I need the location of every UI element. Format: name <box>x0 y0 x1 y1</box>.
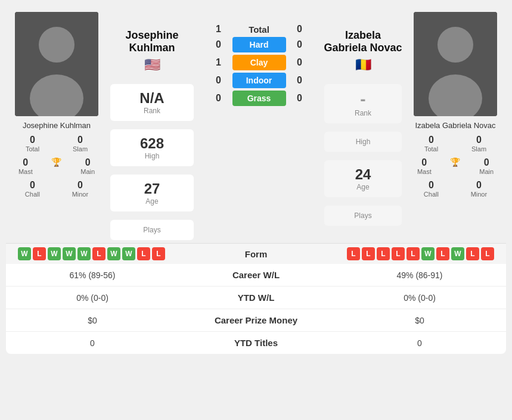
right-form-badge-5: W <box>421 247 435 260</box>
right-form-badge-6: L <box>436 247 449 260</box>
left-plays-label: Plays <box>143 226 160 234</box>
left-form-badges: W L W W W L W W L L <box>18 247 165 260</box>
left-age-box: 27 Age <box>110 175 194 211</box>
right-player-avatar <box>414 12 497 116</box>
left-form-badge-8: L <box>137 247 150 260</box>
right-player-name: Izabela Gabriela Novac <box>415 121 495 130</box>
right-ytd-titles: 0 <box>345 338 494 348</box>
grass-row: 0 Grass 0 <box>203 91 315 106</box>
hard-left-score: 0 <box>210 39 228 50</box>
left-player-card: Josephine Kuhlman 0 Total 0 Slam 0 Mast … <box>6 6 107 204</box>
prize-label: Career Prize Money <box>197 315 316 325</box>
left-chall-stat: 0 Chall <box>25 180 40 198</box>
right-high-label: High <box>356 138 371 146</box>
right-form-badge-7: W <box>451 247 464 260</box>
right-prize: $0 <box>345 316 494 325</box>
left-age-value: 27 <box>144 181 160 197</box>
left-player-name: Josephine Kuhlman <box>23 121 91 130</box>
left-high-box: 628 High <box>110 129 194 166</box>
left-rank-box: N/A Rank <box>110 84 194 121</box>
left-career-wl: 61% (89-56) <box>18 270 167 280</box>
ytd-wl-row: 0% (0-0) YTD W/L 0% (0-0) <box>6 287 506 309</box>
left-minor-stat: 0 Minor <box>72 180 89 198</box>
right-minor-stat: 0 Minor <box>471 180 488 198</box>
career-wl-row: 61% (89-56) Career W/L 49% (86-91) <box>6 264 506 287</box>
hard-button[interactable]: Hard <box>232 37 286 52</box>
right-total-stat: 0 Total <box>424 135 438 153</box>
score-rows: 1 Total 0 0 Hard 0 1 Clay 0 0 Indoor <box>203 24 315 106</box>
right-mast-stat: 0 Mast <box>417 157 432 175</box>
left-form-badge-9: L <box>152 247 165 260</box>
left-flag: 🇺🇸 <box>144 57 160 73</box>
left-form-badge-5: L <box>92 247 105 260</box>
left-ytd-titles: 0 <box>18 338 167 348</box>
left-total-stat: 0 Total <box>26 135 39 153</box>
left-ytd-wl: 0% (0-0) <box>18 293 167 303</box>
indoor-left-score: 0 <box>210 75 228 86</box>
center-scores: 1 Total 0 0 Hard 0 1 Clay 0 0 Indoor <box>197 18 321 109</box>
right-form-badge-4: L <box>407 247 420 260</box>
left-prize: $0 <box>18 316 167 325</box>
right-rank-label: Rank <box>355 109 371 117</box>
total-right-score: 0 <box>291 24 309 35</box>
left-form-badge-1: L <box>33 247 46 260</box>
right-stats-row1: 0 Total 0 Slam <box>408 135 503 153</box>
left-stats-row3: 0 Chall 0 Minor <box>9 180 104 198</box>
left-slam-stat: 0 Slam <box>73 135 88 153</box>
clay-right-score: 0 <box>291 57 309 68</box>
grass-left-score: 0 <box>210 93 228 104</box>
right-age-box: 24 Age <box>324 160 402 197</box>
left-age-label: Age <box>145 197 158 206</box>
hard-row: 0 Hard 0 <box>203 37 315 52</box>
left-main-stat: 0 Main <box>80 157 95 175</box>
svg-point-4 <box>437 27 473 63</box>
left-form-badge-3: W <box>63 247 76 260</box>
right-form-badge-1: L <box>362 247 375 260</box>
right-player-header: IzabelaGabriela Novac 🇷🇴 <box>324 29 402 73</box>
grass-button[interactable]: Grass <box>232 91 286 106</box>
left-stats-row2: 0 Mast 🏆 0 Main <box>9 157 104 175</box>
left-plays-box: Plays <box>110 220 194 240</box>
right-trophy-icon: 🏆 <box>450 157 460 175</box>
ytd-titles-label: YTD Titles <box>197 338 316 348</box>
form-label: Form <box>221 249 292 259</box>
right-stats-row3: 0 Chall 0 Minor <box>408 180 503 198</box>
right-age-label: Age <box>356 183 369 191</box>
left-stats-column: JosephineKuhlman 🇺🇸 N/A Rank 628 High 27… <box>107 6 197 243</box>
career-wl-label: Career W/L <box>197 270 316 280</box>
right-plays-label: Plays <box>354 211 371 220</box>
total-label: Total <box>232 24 286 35</box>
left-rank-value: N/A <box>139 90 164 107</box>
grass-right-score: 0 <box>291 93 309 104</box>
left-trophy-icon: 🏆 <box>51 157 61 175</box>
right-stats-row2: 0 Mast 🏆 0 Main <box>408 157 503 175</box>
clay-left-score: 1 <box>210 57 228 68</box>
right-form-badges: L L L L L W L W L L <box>347 247 494 260</box>
indoor-right-score: 0 <box>291 75 309 86</box>
right-plays-box: Plays <box>324 206 402 226</box>
right-flag: 🇷🇴 <box>355 57 371 73</box>
left-high-value: 628 <box>140 135 164 152</box>
right-form-badge-0: L <box>347 247 360 260</box>
ytd-wl-label: YTD W/L <box>197 293 316 303</box>
bottom-stats: 61% (89-56) Career W/L 49% (86-91) 0% (0… <box>6 264 506 354</box>
indoor-button[interactable]: Indoor <box>232 73 286 88</box>
right-player-title: IzabelaGabriela Novac <box>324 29 402 54</box>
main-container: Josephine Kuhlman 0 Total 0 Slam 0 Mast … <box>0 0 512 360</box>
clay-row: 1 Clay 0 <box>203 55 315 70</box>
left-player-avatar <box>15 12 98 116</box>
right-career-wl: 49% (86-91) <box>345 270 494 280</box>
right-main-stat: 0 Main <box>479 157 494 175</box>
clay-button[interactable]: Clay <box>232 55 286 70</box>
left-player-header: JosephineKuhlman 🇺🇸 <box>125 29 178 73</box>
left-rank-label: Rank <box>144 107 160 115</box>
left-mast-stat: 0 Mast <box>18 157 33 175</box>
left-form-badge-0: W <box>18 247 31 260</box>
right-chall-stat: 0 Chall <box>424 180 439 198</box>
right-age-value: 24 <box>355 166 371 183</box>
right-form-badge-8: L <box>466 247 479 260</box>
right-stats-column: IzabelaGabriela Novac 🇷🇴 - Rank High 24 … <box>321 6 405 229</box>
hard-right-score: 0 <box>291 39 309 50</box>
left-form-badge-6: W <box>107 247 120 260</box>
left-stats-row1: 0 Total 0 Slam <box>9 135 104 153</box>
